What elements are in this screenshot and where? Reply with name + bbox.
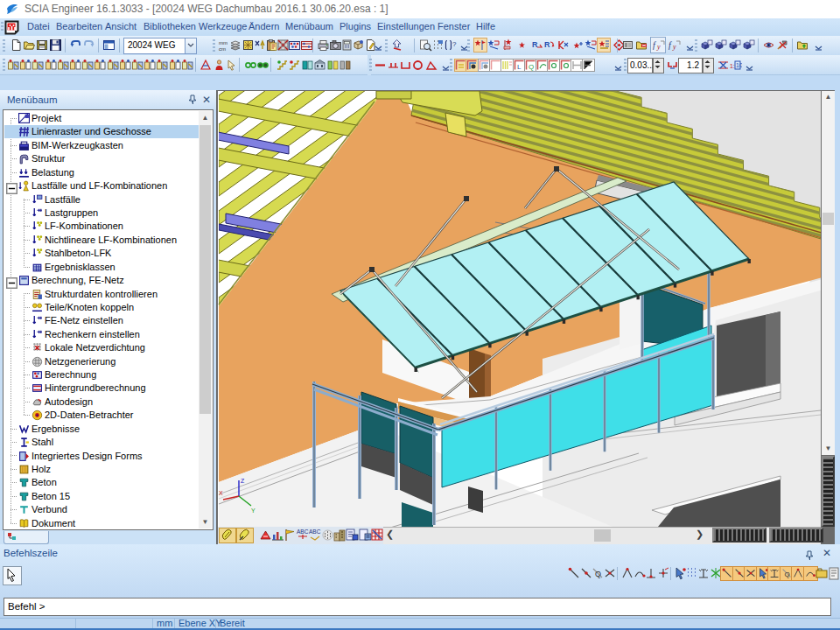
svg-text:f: f bbox=[668, 40, 672, 50]
svg-text:cm: cm bbox=[219, 46, 226, 52]
svg-text:R: R bbox=[532, 40, 538, 49]
svg-text:Q: Q bbox=[595, 570, 601, 578]
svg-text:X: X bbox=[219, 490, 223, 496]
svg-text:y: y bbox=[656, 43, 661, 51]
svg-text:Q: Q bbox=[784, 570, 789, 578]
svg-text:?: ? bbox=[452, 40, 457, 48]
svg-text:ABC: ABC bbox=[309, 528, 321, 535]
svg-text:10: 10 bbox=[736, 62, 742, 68]
svg-text:f: f bbox=[653, 40, 656, 50]
svg-text:Z: Z bbox=[241, 478, 245, 484]
svg-text:y: y bbox=[672, 43, 676, 51]
svg-text:1:: 1: bbox=[730, 63, 735, 69]
svg-text:L: L bbox=[517, 63, 522, 71]
svg-text:Q: Q bbox=[528, 63, 534, 71]
svg-text:ABC: ABC bbox=[297, 528, 309, 535]
svg-text:mm: mm bbox=[219, 40, 228, 46]
svg-text:Y: Y bbox=[251, 508, 256, 514]
svg-text:R: R bbox=[544, 40, 550, 49]
